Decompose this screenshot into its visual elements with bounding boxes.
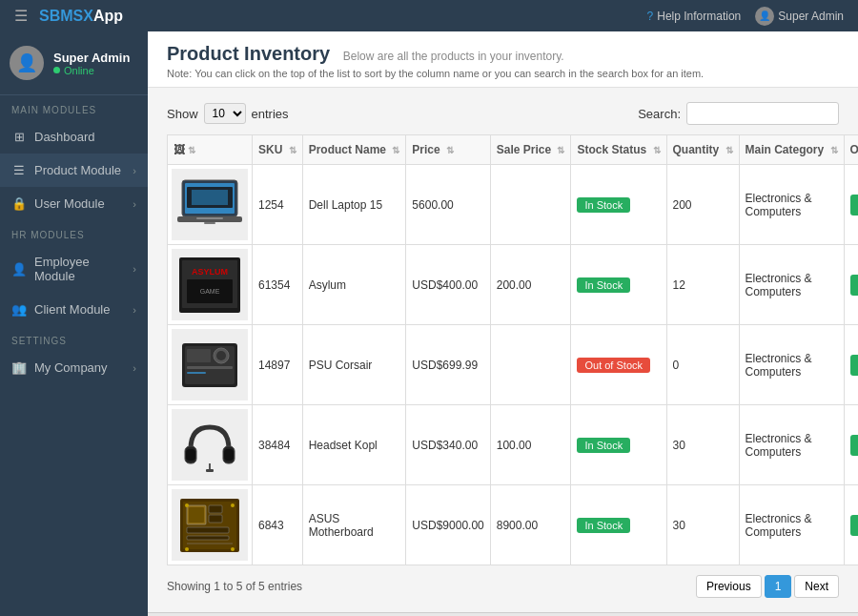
- product-quantity: 30: [666, 485, 739, 565]
- product-quantity: 30: [666, 405, 739, 485]
- product-image-cell: [168, 485, 253, 565]
- svg-point-35: [231, 503, 235, 507]
- stock-badge: In Stock: [577, 277, 630, 293]
- page-subtitle: Below are all the products in your inven…: [343, 50, 564, 63]
- stock-badge: Out of Stock: [577, 358, 650, 373]
- table-row: ASYLUM GAME 61354 Asylum USD$400.00 200.…: [168, 245, 859, 325]
- product-quantity: 0: [666, 325, 739, 405]
- profile-info: Super Admin Online: [53, 51, 130, 76]
- product-sale-price: [490, 325, 571, 405]
- page-title: Product Inventory: [167, 43, 330, 64]
- col-stock-status[interactable]: Stock Status ⇅: [571, 135, 666, 165]
- svg-rect-29: [209, 505, 222, 513]
- product-options: View Edit Delete: [844, 405, 858, 485]
- entries-select[interactable]: 10 25 50: [204, 103, 246, 124]
- product-category: Electronics & Computers: [739, 245, 844, 325]
- pagination: Previous 1 Next: [696, 575, 839, 598]
- col-price[interactable]: Price ⇅: [406, 135, 490, 165]
- showing-text: Showing 1 to 5 of 5 entries: [167, 580, 302, 593]
- sidebar-item-product-module[interactable]: ☰ Product Module ›: [0, 154, 148, 187]
- svg-rect-28: [189, 507, 204, 523]
- product-name: Asylum: [302, 245, 406, 325]
- chevron-right-icon: ›: [133, 362, 136, 374]
- product-sku: 1254: [253, 165, 303, 245]
- col-sku[interactable]: SKU ⇅: [253, 135, 303, 165]
- horizontal-scrollbar[interactable]: ◂ ▸: [148, 612, 858, 616]
- product-price: 5600.00: [406, 165, 490, 245]
- product-name: Headset Kopl: [302, 405, 406, 485]
- sidebar-item-dashboard[interactable]: ⊞ Dashboard: [0, 120, 148, 154]
- table-row: 6843 ASUS Motherboard USD$9000.00 8900.0…: [168, 485, 859, 565]
- page-1-button[interactable]: 1: [765, 575, 792, 598]
- search-label: Search:: [638, 107, 681, 121]
- employee-module-icon: 👤: [11, 262, 27, 277]
- product-image: [172, 329, 248, 400]
- product-quantity: 200: [666, 165, 739, 245]
- col-product-name[interactable]: Product Name ⇅: [302, 135, 406, 165]
- sidebar-profile: 👤 Super Admin Online: [0, 31, 148, 95]
- col-image: 🖼⇅: [168, 135, 253, 165]
- svg-rect-31: [187, 527, 229, 533]
- top-navbar: ☰ SBMSXApp ? Help Information 👤 Super Ad…: [0, 0, 858, 31]
- entries-label: entries: [252, 107, 289, 121]
- product-table: 🖼⇅ SKU ⇅ Product Name ⇅ Price ⇅ Sale Pri…: [167, 134, 858, 565]
- brand-suffix: App: [93, 8, 123, 24]
- sidebar-item-label: Dashboard: [34, 130, 95, 144]
- col-sale-price[interactable]: Sale Price ⇅: [490, 135, 571, 165]
- product-price: USD$340.00: [406, 405, 490, 485]
- status-dot: [53, 67, 60, 73]
- view-button[interactable]: View: [850, 275, 858, 296]
- user-info-button[interactable]: 👤 Super Admin: [755, 7, 844, 26]
- product-options: View Edit Delete: [844, 325, 858, 405]
- product-options: View Edit Delete: [844, 165, 858, 245]
- next-button[interactable]: Next: [794, 575, 839, 598]
- svg-text:GAME: GAME: [200, 288, 220, 295]
- image-icon: 🖼: [174, 143, 185, 156]
- table-container: Show 10 25 50 entries Search:: [148, 88, 858, 612]
- product-price: USD$9000.00: [406, 485, 490, 565]
- view-button[interactable]: View: [850, 355, 858, 376]
- avatar: 👤: [10, 46, 44, 80]
- profile-status: Online: [53, 65, 130, 76]
- help-info-link[interactable]: ? Help Information: [647, 10, 742, 23]
- product-sku: 6843: [253, 485, 303, 565]
- product-module-icon: ☰: [11, 163, 27, 177]
- chevron-right-icon: ›: [133, 263, 136, 275]
- prev-button[interactable]: Previous: [696, 575, 762, 598]
- search-box: Search:: [638, 102, 839, 125]
- sidebar-item-client-module[interactable]: 👥 Client Module ›: [0, 293, 148, 326]
- sidebar-item-label: User Module: [34, 196, 105, 211]
- product-stock-status: In Stock: [571, 485, 666, 565]
- svg-point-16: [216, 351, 226, 360]
- view-button[interactable]: View: [850, 195, 858, 216]
- svg-point-34: [185, 503, 189, 507]
- product-category: Electronics & Computers: [739, 165, 844, 245]
- product-sale-price: 100.00: [490, 405, 571, 485]
- table-row: 14897 PSU Corsair USD$699.99 Out of Stoc…: [168, 325, 859, 405]
- table-row: 1254 Dell Laptop 15 5600.00 In Stock 200…: [168, 165, 859, 245]
- svg-point-36: [185, 547, 189, 551]
- col-quantity[interactable]: Quantity ⇅: [666, 135, 739, 165]
- search-input[interactable]: [686, 102, 839, 125]
- help-label: Help Information: [657, 10, 741, 23]
- brand-prefix: SBMSX: [39, 8, 93, 24]
- svg-rect-22: [224, 449, 234, 461]
- product-category: Electronics & Computers: [739, 405, 844, 485]
- product-sale-price: 200.00: [490, 245, 571, 325]
- chevron-right-icon: ›: [133, 165, 136, 176]
- svg-rect-14: [187, 349, 211, 362]
- sidebar-item-my-company[interactable]: 🏢 My Company ›: [0, 351, 148, 384]
- view-button[interactable]: View: [850, 435, 858, 456]
- stock-badge: In Stock: [577, 518, 630, 533]
- svg-rect-6: [204, 222, 215, 224]
- hamburger-menu[interactable]: ☰: [14, 7, 28, 25]
- sidebar-item-employee-module[interactable]: 👤 Employee Module ›: [0, 245, 148, 293]
- sidebar-item-label: My Company: [34, 360, 108, 375]
- view-button[interactable]: View: [850, 515, 858, 536]
- sidebar-item-user-module[interactable]: 🔒 User Module ›: [0, 187, 148, 220]
- svg-rect-30: [209, 515, 222, 523]
- col-category[interactable]: Main Category ⇅: [739, 135, 844, 165]
- user-label: Super Admin: [778, 10, 844, 23]
- product-name: PSU Corsair: [302, 325, 406, 405]
- sidebar-item-label: Product Module: [34, 163, 121, 177]
